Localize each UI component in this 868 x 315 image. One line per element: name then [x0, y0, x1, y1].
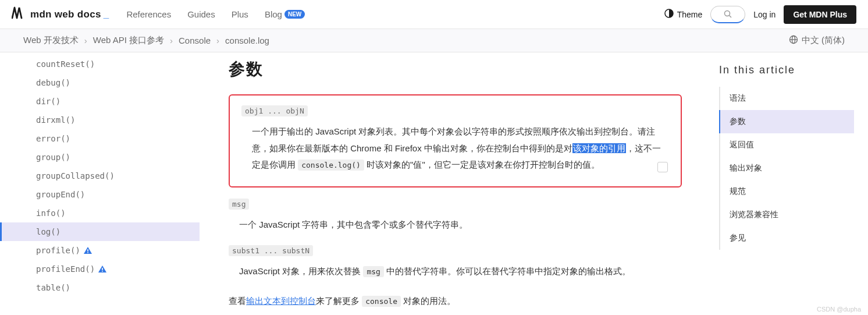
sidebar-item-label: dir()	[36, 97, 61, 106]
nav-guides[interactable]: Guides	[187, 9, 215, 19]
sidebar-item-label: debug()	[36, 78, 70, 87]
toc-item[interactable]: 浏览器兼容性	[719, 203, 854, 226]
theme-label: Theme	[677, 10, 703, 19]
inline-code: msg	[363, 266, 383, 277]
sidebar-item-error[interactable]: error()	[0, 129, 200, 148]
language-select[interactable]: 中文 (简体)	[789, 35, 845, 46]
right-nav: Theme Log in Get MDN Plus	[664, 5, 856, 24]
sidebar-item-label: table()	[36, 283, 70, 292]
param-description: JavaScript 对象，用来依次替换 msg 中的替代字符串。你可以在替代字…	[229, 263, 682, 280]
param-name: subst1 ... substN	[229, 245, 313, 256]
logo-underscore: _	[104, 9, 109, 20]
sidebar-item-group[interactable]: group()	[0, 148, 200, 167]
search-input[interactable]	[710, 6, 745, 23]
chevron-right-icon: ›	[216, 36, 219, 45]
highlighted-param-block: obj1 ... objN 一个用于输出的 JavaScript 对象列表。其中…	[229, 94, 682, 187]
sidebar-item-log[interactable]: log()	[0, 222, 200, 241]
toc-item[interactable]: 输出对象	[719, 157, 854, 180]
svg-line-2	[730, 16, 732, 18]
nav-references[interactable]: References	[126, 9, 171, 19]
warning-icon	[84, 247, 92, 254]
toc-item[interactable]: 参数	[719, 110, 854, 133]
sidebar-item-groupEnd[interactable]: groupEnd()	[0, 185, 200, 204]
toc-title: In this article	[719, 64, 854, 76]
new-badge: NEW	[284, 10, 305, 19]
table-of-contents: In this article 语法参数返回值输出对象规范浏览器兼容性参见	[705, 52, 868, 315]
breadcrumb-bar: Web 开发技术 › Web API 接口参考 › Console › cons…	[0, 29, 868, 52]
svg-rect-7	[87, 252, 88, 253]
svg-rect-8	[102, 268, 103, 270]
sidebar-item-label: groupCollapsed()	[36, 171, 115, 180]
sidebar-item-label: countReset()	[36, 59, 95, 69]
sidebar-item-info[interactable]: info()	[0, 204, 200, 222]
sidebar-item-label: profile()	[36, 246, 80, 255]
breadcrumb-item-0[interactable]: Web 开发技术	[23, 35, 79, 46]
content: 参数 obj1 ... objN 一个用于输出的 JavaScript 对象列表…	[200, 52, 705, 315]
sidebar-item-label: dirxml()	[36, 115, 75, 125]
sidebar-item-label: group()	[36, 153, 70, 162]
chevron-right-icon: ›	[170, 36, 173, 45]
param-description: 一个用于输出的 JavaScript 对象列表。其中每个对象会以字符串的形式按照…	[241, 123, 669, 174]
toc-item[interactable]: 语法	[719, 87, 854, 110]
sidebar-item-dir[interactable]: dir()	[0, 92, 200, 111]
nav-items: References Guides Plus Blog NEW	[126, 9, 664, 19]
toc-item[interactable]: 规范	[719, 180, 854, 203]
sidebar-item-label: info()	[36, 208, 66, 218]
search-icon	[724, 10, 732, 18]
logo[interactable]: mdn web docs _	[12, 6, 109, 23]
highlighted-text: 该对象的引用	[572, 143, 626, 153]
sidebar-item-countReset[interactable]: countReset()	[0, 55, 200, 73]
logo-icon	[12, 6, 27, 23]
breadcrumb: Web 开发技术 › Web API 接口参考 › Console › cons…	[23, 35, 789, 46]
inline-code: console	[362, 296, 401, 307]
selection-handle	[657, 162, 668, 172]
sidebar-item-table[interactable]: table()	[0, 278, 200, 297]
sidebar-item-label: groupEnd()	[36, 190, 85, 199]
toc-item[interactable]: 参见	[719, 226, 854, 250]
sidebar-item-groupCollapsed[interactable]: groupCollapsed()	[0, 167, 200, 185]
doc-link[interactable]: 输出文本到控制台	[246, 296, 316, 306]
theme-icon	[664, 9, 674, 20]
section-heading: 参数	[229, 58, 682, 80]
nav-plus[interactable]: Plus	[232, 9, 248, 19]
inline-code: console.log()	[298, 160, 364, 171]
sidebar-item-label: profileEnd()	[36, 264, 95, 274]
logo-text: mdn web docs	[30, 9, 101, 20]
breadcrumb-item-1[interactable]: Web API 接口参考	[93, 35, 164, 46]
param-block: msg 一个 JavaScript 字符串，其中包含零个或多个替代字符串。	[229, 199, 682, 233]
footer-text: 查看输出文本到控制台来了解更多 console 对象的用法。	[229, 293, 682, 310]
theme-toggle[interactable]: Theme	[664, 9, 703, 20]
param-name: obj1 ... objN	[241, 105, 308, 116]
warning-icon	[98, 266, 106, 272]
toc-item[interactable]: 返回值	[719, 133, 854, 157]
breadcrumb-item-2[interactable]: Console	[179, 36, 211, 45]
sidebar-item-dirxml[interactable]: dirxml()	[0, 111, 200, 129]
sidebar: countReset()debug()dir()dirxml()error()g…	[0, 52, 200, 315]
main-layout: countReset()debug()dir()dirxml()error()g…	[0, 52, 868, 315]
toc-list: 语法参数返回值输出对象规范浏览器兼容性参见	[719, 87, 854, 250]
param-name: msg	[229, 199, 249, 210]
language-label: 中文 (简体)	[802, 35, 845, 46]
top-nav: mdn web docs _ References Guides Plus Bl…	[0, 0, 868, 29]
svg-rect-6	[87, 249, 88, 252]
login-link[interactable]: Log in	[753, 10, 775, 19]
watermark: CSDN @dupha	[817, 306, 861, 313]
nav-blog[interactable]: Blog NEW	[265, 9, 305, 19]
param-block: subst1 ... substN JavaScript 对象，用来依次替换 m…	[229, 246, 682, 280]
sidebar-item-label: log()	[36, 227, 61, 236]
get-plus-button[interactable]: Get MDN Plus	[784, 5, 856, 24]
globe-icon	[789, 35, 798, 46]
sidebar-item-profile[interactable]: profile()	[0, 241, 200, 260]
sidebar-item-label: error()	[36, 134, 70, 143]
param-description: 一个 JavaScript 字符串，其中包含零个或多个替代字符串。	[229, 217, 682, 233]
sidebar-item-profileEnd[interactable]: profileEnd()	[0, 260, 200, 278]
svg-point-1	[725, 11, 730, 16]
breadcrumb-item-3[interactable]: console.log	[225, 36, 269, 45]
nav-blog-label: Blog	[265, 9, 282, 19]
sidebar-item-debug[interactable]: debug()	[0, 73, 200, 92]
svg-rect-9	[102, 271, 103, 272]
chevron-right-icon: ›	[84, 36, 87, 45]
